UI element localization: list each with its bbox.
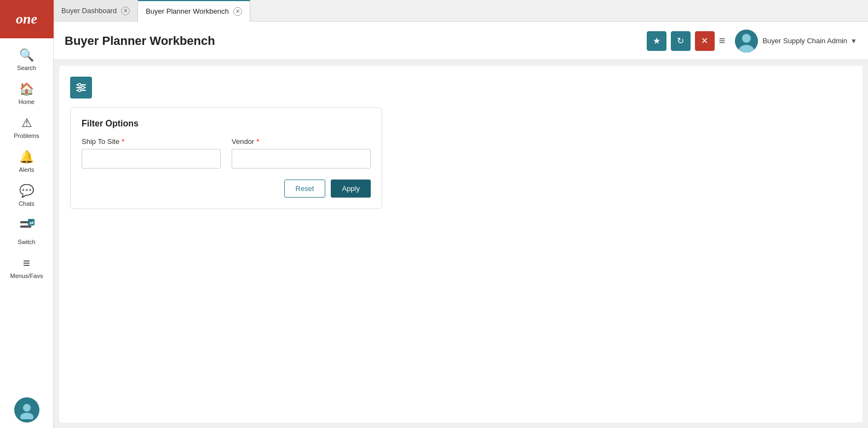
svg-point-14 — [78, 89, 81, 92]
user-avatar — [735, 30, 758, 53]
filter-fields: Ship To Site * Vendor * — [82, 137, 371, 169]
ship-to-site-label: Ship To Site * — [82, 137, 221, 146]
favorite-button[interactable]: ★ — [647, 31, 666, 51]
vendor-input[interactable] — [232, 149, 371, 169]
reset-button[interactable]: Reset — [284, 180, 326, 198]
tab-buyer-dashboard-close[interactable]: ✕ — [121, 7, 130, 15]
user-avatar-bottom[interactable] — [14, 397, 39, 423]
header-actions: ★ ↻ ✕ ≡ Buyer Supply Chain Admin ▼ — [647, 30, 857, 53]
svg-point-12 — [78, 84, 81, 86]
menu-button[interactable]: ≡ — [719, 34, 726, 47]
ship-to-site-input[interactable] — [82, 149, 221, 169]
page-title: Buyer Planner Workbench — [65, 34, 647, 48]
sidebar-label-chats: Chats — [19, 200, 35, 207]
tab-buyer-planner-workbench[interactable]: Buyer Planner Workbench ✕ — [138, 0, 250, 22]
user-name: Buyer Supply Chain Admin — [762, 37, 847, 45]
refresh-button[interactable]: ↻ — [671, 31, 691, 51]
filter-toggle-button[interactable] — [70, 77, 92, 99]
chat-icon: 💬 — [19, 184, 34, 198]
svg-rect-1 — [20, 225, 31, 228]
switch-icon: ⇄ — [19, 218, 35, 236]
svg-point-5 — [20, 413, 33, 419]
sidebar-item-menus[interactable]: ≡ Menus/Favs — [0, 251, 53, 285]
tab-buyer-dashboard[interactable]: Buyer Dashboard ✕ — [54, 0, 138, 22]
warning-icon: ⚠ — [21, 116, 32, 130]
svg-text:⇄: ⇄ — [30, 220, 34, 225]
vendor-required: * — [256, 137, 259, 146]
user-dropdown[interactable]: Buyer Supply Chain Admin ▼ — [762, 37, 857, 45]
main-area: Buyer Dashboard ✕ Buyer Planner Workbenc… — [54, 0, 868, 428]
svg-point-4 — [23, 404, 31, 412]
sidebar-item-home[interactable]: 🏠 Home — [0, 77, 53, 111]
menu-icon: ≡ — [23, 256, 30, 270]
sidebar-label-menus: Menus/Favs — [10, 273, 43, 279]
filter-options-title: Filter Options — [82, 119, 371, 129]
filter-actions: Reset Apply — [82, 180, 371, 198]
header-bar: Buyer Planner Workbench ★ ↻ ✕ ≡ Buyer Su… — [54, 22, 868, 60]
sidebar-item-search[interactable]: 🔍 Search — [0, 43, 53, 77]
sidebar-item-chats[interactable]: 💬 Chats — [0, 178, 53, 212]
close-button[interactable]: ✕ — [695, 31, 715, 51]
tab-bar: Buyer Dashboard ✕ Buyer Planner Workbenc… — [54, 0, 868, 22]
sidebar-bottom — [14, 397, 39, 428]
sidebar-label-switch: Switch — [18, 239, 35, 245]
ship-to-site-required: * — [122, 137, 124, 146]
content-area: Filter Options Ship To Site * Vendor * — [59, 66, 863, 423]
home-icon: 🏠 — [19, 82, 34, 96]
svg-point-13 — [82, 86, 84, 89]
sidebar-item-alerts[interactable]: 🔔 Alerts — [0, 144, 53, 178]
apply-button[interactable]: Apply — [331, 180, 371, 198]
vendor-label: Vendor * — [232, 137, 371, 146]
svg-point-7 — [742, 34, 751, 43]
sidebar-label-problems: Problems — [14, 132, 39, 139]
tab-buyer-dashboard-label: Buyer Dashboard — [61, 7, 117, 15]
dropdown-arrow-icon: ▼ — [850, 37, 857, 45]
tab-buyer-planner-workbench-label: Buyer Planner Workbench — [146, 7, 229, 15]
vendor-field: Vendor * — [232, 137, 371, 169]
app-logo[interactable]: one — [0, 0, 54, 38]
ship-to-site-field: Ship To Site * — [82, 137, 221, 169]
logo-text: one — [16, 11, 37, 27]
sidebar-label-alerts: Alerts — [19, 166, 34, 173]
sidebar-label-home: Home — [19, 99, 35, 105]
search-icon: 🔍 — [19, 48, 34, 62]
sidebar: one 🔍 Search 🏠 Home ⚠ Problems 🔔 Alerts … — [0, 0, 54, 428]
bell-icon: 🔔 — [19, 150, 34, 164]
filter-panel: Filter Options Ship To Site * Vendor * — [70, 107, 382, 209]
sidebar-label-search: Search — [17, 65, 36, 71]
sidebar-item-switch[interactable]: ⇄ Switch — [0, 212, 53, 251]
tab-buyer-planner-workbench-close[interactable]: ✕ — [233, 7, 242, 16]
sidebar-item-problems[interactable]: ⚠ Problems — [0, 111, 53, 144]
